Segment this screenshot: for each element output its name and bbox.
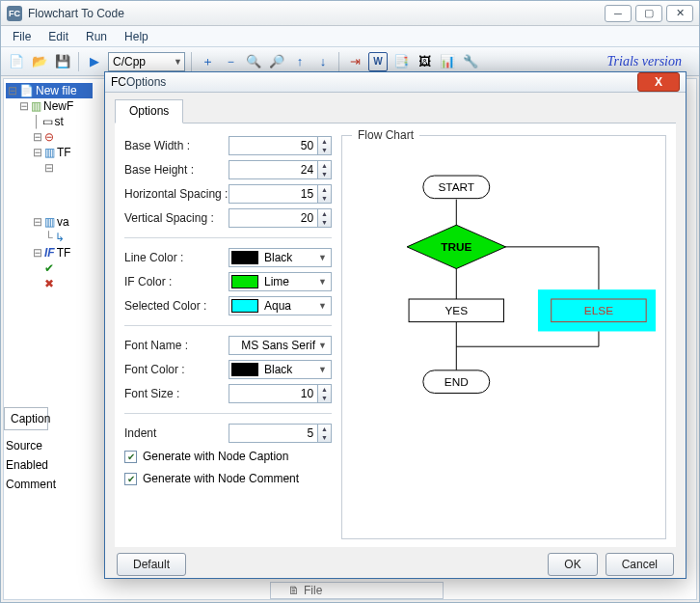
new-file-icon[interactable]: 📄 xyxy=(7,52,26,71)
tab-options[interactable]: Options xyxy=(115,99,183,123)
spinner[interactable]: ▲▼ xyxy=(318,384,332,403)
app-icon: FC xyxy=(7,6,22,21)
label-v-spacing: Vertical Spacing : xyxy=(124,211,229,225)
line-color-combo[interactable]: Black▼ xyxy=(229,248,332,267)
main-titlebar: FC Flowchart To Code ─ ▢ ✕ xyxy=(1,1,699,26)
arrow-down-icon[interactable]: ↓ xyxy=(313,52,333,71)
base-width-input[interactable] xyxy=(229,136,318,155)
minus-icon[interactable]: － xyxy=(221,52,240,71)
run-icon[interactable]: ▶ xyxy=(85,52,104,71)
base-height-input[interactable] xyxy=(229,160,318,179)
tree-item[interactable]: │▭st xyxy=(6,114,93,129)
save-icon[interactable]: 💾 xyxy=(53,52,72,71)
flowchart-canvas: START TRUE YES ELSE END xyxy=(352,146,656,529)
chart-icon[interactable]: 📊 xyxy=(438,52,457,71)
language-combo[interactable]: C/Cpp ▼ xyxy=(108,52,185,71)
zoom-out-icon[interactable]: 🔎 xyxy=(267,52,286,71)
tree-item[interactable]: ⊟IFTF xyxy=(6,245,93,260)
arrow-up-icon[interactable]: ↑ xyxy=(290,52,310,71)
default-button[interactable]: Default xyxy=(117,553,186,576)
font-color-combo[interactable]: Black▼ xyxy=(229,360,332,379)
export-icon[interactable]: 📑 xyxy=(391,52,411,71)
dialog-titlebar: FC Options X xyxy=(105,72,686,93)
file-icon: 🗎 xyxy=(288,584,300,597)
svg-text:TRUE: TRUE xyxy=(441,240,471,254)
chevron-down-icon: ▼ xyxy=(318,277,327,287)
plus-icon[interactable]: ＋ xyxy=(198,52,217,71)
chevron-down-icon: ▼ xyxy=(318,341,327,350)
source-label: Source xyxy=(4,436,94,455)
menu-help[interactable]: Help xyxy=(117,28,156,45)
menu-edit[interactable]: Edit xyxy=(40,28,76,45)
checkbox-icon: ✔ xyxy=(124,451,137,463)
settings-icon[interactable]: 🔧 xyxy=(461,52,480,71)
language-value: C/Cpp xyxy=(113,55,146,69)
label-font-size: Font Size : xyxy=(124,387,229,400)
preview-legend: Flow Chart xyxy=(352,128,419,142)
label-font-color: Font Color : xyxy=(124,363,229,376)
dialog-tabs: Options xyxy=(115,98,676,123)
dialog-title: Options xyxy=(126,75,637,89)
app-icon: FC xyxy=(111,75,126,89)
zoom-in-icon[interactable]: 🔍 xyxy=(244,52,263,71)
spinner[interactable]: ▲▼ xyxy=(318,208,332,228)
v-spacing-input[interactable] xyxy=(229,208,318,228)
chevron-down-icon: ▼ xyxy=(318,301,327,311)
maximize-button[interactable]: ▢ xyxy=(635,5,662,22)
side-properties: Caption Source Enabled Comment xyxy=(4,407,94,494)
ok-button[interactable]: OK xyxy=(548,553,597,576)
tree-item[interactable]: ⊟▥NewF xyxy=(6,98,93,114)
menu-file[interactable]: File xyxy=(5,28,39,45)
label-if-color: IF Color : xyxy=(124,275,229,288)
gen-caption-check[interactable]: ✔ Generate with Node Caption xyxy=(124,447,332,466)
import-icon[interactable]: ⇥ xyxy=(345,52,364,71)
dialog-close-button[interactable]: X xyxy=(637,72,680,92)
font-size-input[interactable] xyxy=(229,384,318,403)
tree-item[interactable]: ⊟⊖ xyxy=(6,129,93,145)
trials-label: Trials version xyxy=(607,54,693,69)
label-selected-color: Selected Color : xyxy=(124,299,229,313)
svg-text:START: START xyxy=(438,180,474,194)
font-name-combo[interactable]: MS Sans Serif▼ xyxy=(229,336,332,355)
picture-icon[interactable]: 🖼 xyxy=(415,52,434,71)
menubar: File Edit Run Help xyxy=(1,26,699,47)
tree-item[interactable]: ⊟▥va xyxy=(6,214,93,230)
if-color-combo[interactable]: Lime▼ xyxy=(229,272,332,291)
label-indent: Indent xyxy=(124,426,229,440)
window-title: Flowchart To Code xyxy=(28,7,605,20)
caption-tab[interactable]: Caption xyxy=(4,407,48,430)
spinner[interactable]: ▲▼ xyxy=(318,424,332,443)
chevron-down-icon: ▼ xyxy=(318,253,327,262)
indent-input[interactable] xyxy=(229,424,318,443)
svg-text:END: END xyxy=(444,375,469,389)
chevron-down-icon: ▼ xyxy=(174,57,182,67)
tree-item[interactable]: └↳ xyxy=(6,230,93,245)
svg-text:YES: YES xyxy=(444,304,468,317)
comment-label: Comment xyxy=(4,475,94,494)
tree-item[interactable]: ✖ xyxy=(6,276,93,291)
selected-color-combo[interactable]: Aqua▼ xyxy=(229,296,332,315)
word-icon[interactable]: W xyxy=(368,52,388,71)
h-spacing-input[interactable] xyxy=(229,184,318,204)
cancel-button[interactable]: Cancel xyxy=(606,553,674,576)
options-form: Base Width : ▲▼ Base Height : ▲▼ Horizon… xyxy=(124,135,332,539)
close-button[interactable]: ✕ xyxy=(666,5,693,22)
tree-item[interactable]: ✔ xyxy=(6,260,93,276)
label-base-width: Base Width : xyxy=(124,139,229,152)
tree-panel: ⊟📄New file ⊟▥NewF │▭st ⊟⊖ ⊟▥TF ⊟ ⊟▥va └↳… xyxy=(4,79,94,599)
spinner[interactable]: ▲▼ xyxy=(318,160,332,179)
gen-comment-check[interactable]: ✔ Generate with Node Comment xyxy=(124,469,332,488)
minimize-button[interactable]: ─ xyxy=(605,5,632,22)
menu-run[interactable]: Run xyxy=(78,28,115,45)
label-h-spacing: Horizontal Spacing : xyxy=(124,187,229,201)
tree-item[interactable]: ⊟▥TF xyxy=(6,145,93,160)
open-icon[interactable]: 📂 xyxy=(30,52,49,71)
enabled-label: Enabled xyxy=(4,455,94,475)
svg-text:ELSE: ELSE xyxy=(584,304,613,317)
spinner[interactable]: ▲▼ xyxy=(318,184,332,204)
tree-root[interactable]: ⊟📄New file xyxy=(6,83,93,98)
spinner[interactable]: ▲▼ xyxy=(318,136,332,155)
dialog-buttons: Default OK Cancel xyxy=(115,547,676,578)
checkbox-icon: ✔ xyxy=(124,473,137,485)
tree-item[interactable]: ⊟ xyxy=(6,160,93,176)
